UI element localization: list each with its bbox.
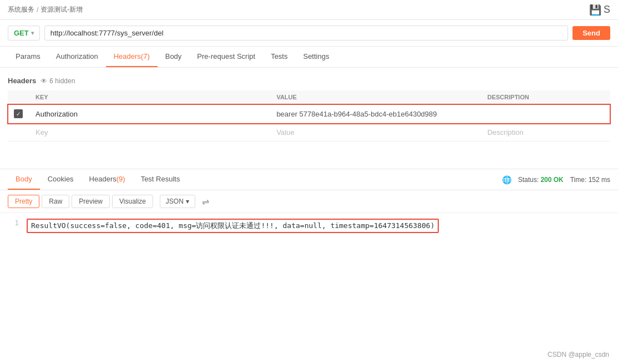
resp-tab-headers[interactable]: Headers(9) bbox=[82, 169, 133, 190]
globe-icon: 🌐 bbox=[502, 175, 511, 184]
table-row: Key Value Description bbox=[8, 124, 610, 141]
response-status-row: 🌐 Status: 200 OK Time: 152 ms bbox=[502, 175, 610, 184]
breadcrumb-part1: 系统服务 bbox=[8, 5, 34, 14]
row-checkbox-cell[interactable]: ✓ bbox=[8, 104, 30, 124]
view-tab-pretty[interactable]: Pretty bbox=[8, 195, 39, 208]
tab-tests[interactable]: Tests bbox=[263, 47, 295, 67]
status-value: 200 OK bbox=[540, 176, 563, 184]
view-tab-raw[interactable]: Raw bbox=[42, 195, 69, 208]
headers-table: KEY VALUE DESCRIPTION ✓ Authorization be… bbox=[8, 90, 610, 141]
headers-section: Headers 👁 6 hidden KEY VALUE DESCRIPTION… bbox=[0, 68, 618, 141]
method-label: GET bbox=[14, 29, 29, 37]
breadcrumb-sep: / bbox=[37, 6, 38, 14]
send-button[interactable]: Send bbox=[573, 26, 610, 40]
col-key: KEY bbox=[30, 90, 271, 104]
hidden-badge: 👁 6 hidden bbox=[40, 77, 75, 85]
save-button[interactable]: 💾 S bbox=[589, 4, 610, 16]
resp-tab-cookies[interactable]: Cookies bbox=[40, 169, 82, 190]
row-key-placeholder[interactable]: Key bbox=[30, 124, 271, 141]
url-input[interactable] bbox=[44, 26, 568, 41]
view-tab-visualize[interactable]: Visualize bbox=[112, 195, 153, 208]
tab-params[interactable]: Params bbox=[8, 47, 48, 67]
format-select[interactable]: JSON ▾ bbox=[160, 195, 195, 208]
breadcrumb-part2: 资源测试-新增 bbox=[40, 5, 83, 14]
request-tabs: Params Authorization Headers(7) Body Pre… bbox=[0, 47, 618, 68]
save-label: S bbox=[604, 4, 610, 16]
table-row: ✓ Authorization bearer 5778e41a-b964-48a… bbox=[8, 104, 610, 124]
code-line: ResultVO(success=false, code=401, msg=访问… bbox=[27, 219, 610, 233]
resp-tab-body[interactable]: Body bbox=[8, 169, 40, 190]
row-checkbox-cell-empty bbox=[8, 124, 30, 141]
tab-authorization[interactable]: Authorization bbox=[48, 47, 106, 67]
row-desc-placeholder[interactable]: Description bbox=[482, 124, 610, 141]
method-select[interactable]: GET ▾ bbox=[8, 26, 40, 41]
tab-headers[interactable]: Headers(7) bbox=[106, 47, 158, 67]
chevron-down-icon: ▾ bbox=[186, 198, 189, 205]
wrap-icon[interactable]: ⇌ bbox=[202, 196, 209, 207]
view-tab-preview[interactable]: Preview bbox=[72, 195, 110, 208]
row-description[interactable] bbox=[482, 104, 610, 124]
response-tabs: Body Cookies Headers(9) Test Results 🌐 S… bbox=[0, 169, 618, 190]
status-label: Status: 200 OK bbox=[518, 176, 564, 184]
tab-settings[interactable]: Settings bbox=[295, 47, 337, 67]
checkbox-checked-icon: ✓ bbox=[14, 109, 23, 118]
topbar: 系统服务 / 资源测试-新增 💾 S bbox=[0, 0, 618, 20]
response-code-area: 1 ResultVO(success=false, code=401, msg=… bbox=[0, 213, 618, 239]
middle-space bbox=[0, 141, 618, 169]
breadcrumb: 系统服务 / 资源测试-新增 bbox=[8, 5, 83, 14]
col-checkbox bbox=[8, 90, 30, 104]
tab-pre-request[interactable]: Pre-request Script bbox=[189, 47, 263, 67]
col-value: VALUE bbox=[271, 90, 482, 104]
table-header-row: KEY VALUE DESCRIPTION bbox=[8, 90, 610, 104]
col-description: DESCRIPTION bbox=[482, 90, 610, 104]
save-icon: 💾 bbox=[589, 4, 601, 16]
row-value[interactable]: bearer 5778e41a-b964-48a5-bdc4-eb1e6430d… bbox=[271, 104, 482, 124]
eye-icon: 👁 bbox=[40, 77, 47, 85]
url-bar: GET ▾ Send bbox=[0, 20, 618, 47]
row-key[interactable]: Authorization bbox=[30, 104, 271, 124]
tab-body[interactable]: Body bbox=[158, 47, 190, 67]
headers-label: Headers bbox=[8, 77, 36, 85]
headers-label-row: Headers 👁 6 hidden bbox=[8, 73, 610, 88]
response-code-content: ResultVO(success=false, code=401, msg=访问… bbox=[27, 219, 439, 233]
hidden-count: 6 hidden bbox=[49, 77, 75, 85]
checkbox-wrap[interactable]: ✓ bbox=[13, 109, 23, 119]
resp-tab-test-results[interactable]: Test Results bbox=[133, 169, 188, 190]
response-toolbar: Pretty Raw Preview Visualize JSON ▾ ⇌ bbox=[0, 190, 618, 213]
row-value-placeholder[interactable]: Value bbox=[271, 124, 482, 141]
time-label: Time: 152 ms bbox=[570, 176, 610, 184]
time-value: 152 ms bbox=[589, 176, 610, 184]
line-number: 1 bbox=[8, 219, 19, 233]
chevron-down-icon: ▾ bbox=[31, 30, 34, 36]
